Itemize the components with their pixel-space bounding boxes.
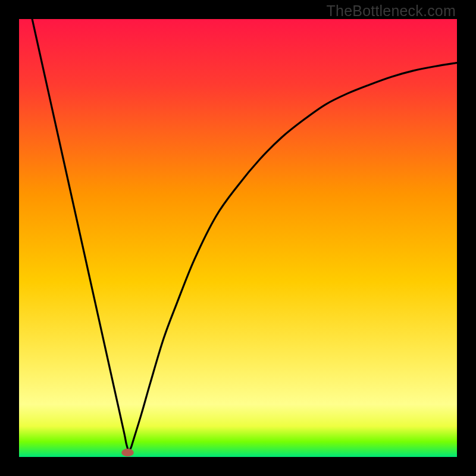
minimum-marker (121, 449, 134, 456)
watermark-text: TheBottleneck.com (327, 2, 456, 20)
bottleneck-chart (19, 19, 457, 457)
chart-frame (19, 19, 457, 457)
chart-background (19, 19, 457, 457)
